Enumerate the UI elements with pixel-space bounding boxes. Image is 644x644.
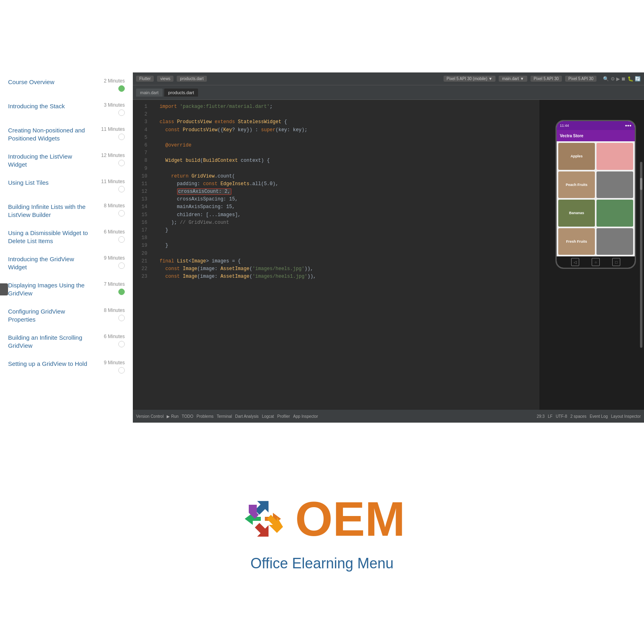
sidebar-item-meta: 11 Minutes [93,126,125,140]
sidebar-item-label: Introducing the Stack [8,102,89,110]
status-todo[interactable]: TODO [182,414,194,419]
code-line-4: const ProductsView({Key? key}) : super(k… [154,126,535,134]
sidebar-item-building-infinite-scrolling[interactable]: Building an Infinite Scrolling GridView … [8,332,125,351]
sidebar-item-meta: 8 Minutes [93,203,125,217]
code-line-22: const Image(image: AssetImage('images/he… [154,265,535,273]
oem-subtitle: Office Elearning Menu [250,555,394,572]
ide-pill-pixel2: Pixel 5 API 30 [530,76,562,82]
phone-grid-cell-bananas: Bananas [558,200,595,227]
phone-panel: 11:44 ●●● Vectra Store Apples Peach Frui… [539,100,644,410]
phone-appbar: Vectra Store [557,130,635,141]
sidebar-item-label: Introducing the ListView Widget [8,153,89,168]
code-line-10: return GridView.count( [154,173,535,180]
code-line-20 [154,250,535,258]
sidebar-item-minutes: 8 Minutes [104,203,125,208]
phone-grid: Apples Peach Fruits Bananas Fresh Fruits [557,141,635,256]
phone-grid-cell-4 [597,171,633,198]
sidebar-item-dot [118,186,125,192]
status-layout[interactable]: Layout Inspector [611,414,641,419]
sidebar-item-dot [118,289,125,295]
phone-grid-cell-fresh: Fresh Fruits [558,228,595,255]
sidebar-item-using-list-tiles[interactable]: Using List Tiles 11 Minutes [8,177,125,194]
phone-mockup: 11:44 ●●● Vectra Store Apples Peach Frui… [555,120,636,269]
status-lf: LF [548,414,553,419]
sidebar-item-label: Displaying Images Using the GridView [8,281,89,297]
phone-back-btn[interactable]: ◁ [571,258,579,266]
phone-signal: ●●● [625,124,632,128]
sidebar-item-creating-non-positioned[interactable]: Creating Non-positioned and Positioned W… [8,125,125,144]
sidebar-item-dot [118,210,125,217]
sidebar-item-meta: 8 Minutes [93,308,125,321]
code-line-15: children: [...images], [154,211,535,219]
status-profiler[interactable]: Profiler [277,414,290,419]
code-line-9 [154,165,535,173]
ide-scrollbar[interactable] [640,162,642,348]
code-line-5 [154,134,535,142]
ide-area: Flutter views products.dart Pixel 5 API … [133,72,644,423]
sidebar-item-using-dismissible[interactable]: Using a Dismissible Widget to Delete Lis… [8,227,125,246]
phone-grid-cell-peach: Peach Fruits [558,171,595,198]
ide-pill-pixel[interactable]: Pixel 5 API 30 (mobile) ▼ [444,76,496,82]
sidebar-item-introducing-gridview[interactable]: Introducing the GridView Widget 9 Minute… [8,254,125,272]
code-line-16: ); // GridView.count [154,219,535,227]
status-run[interactable]: ▶ Run [167,414,178,419]
sidebar-item-setting-up-gridview[interactable]: Setting up a GridView to Hold 9 Minutes [8,358,125,375]
code-line-18 [154,234,535,242]
sidebar-item-label: Configuring GridView Properties [8,308,89,323]
status-version-control[interactable]: Version Control [136,414,163,419]
sidebar-item-minutes: 6 Minutes [104,229,125,235]
ide-scrollbar-thumb[interactable] [640,178,642,190]
sidebar-item-introducing-listview[interactable]: Introducing the ListView Widget 12 Minut… [8,151,125,170]
ide-pill-main[interactable]: main.dart ▼ [499,76,527,82]
svg-marker-2 [252,520,275,543]
sidebar-item-label: Building Infinite Lists with the ListVie… [8,203,89,219]
ide-tab-products[interactable]: products.dart [164,89,198,97]
sidebar-item-dot [118,134,125,140]
sidebar-item-dot [118,85,125,92]
sidebar-item-displaying-images[interactable]: Displaying Images Using the GridView 7 M… [8,280,125,299]
sidebar-item-minutes: 6 Minutes [104,334,125,339]
status-position: 29:3 [537,414,545,419]
ide-toolbar: main.dart products.dart [133,85,644,100]
sidebar-item-meta: 6 Minutes [93,334,125,347]
sidebar-item-configuring-gridview[interactable]: Configuring GridView Properties 8 Minute… [8,306,125,325]
sidebar-item-building-infinite-lists[interactable]: Building Infinite Lists with the ListVie… [8,201,125,220]
sidebar-item-meta: 6 Minutes [93,229,125,243]
phone-grid-cell-2 [597,143,633,170]
phone-time: 11:44 [560,124,569,128]
status-event-log[interactable]: Event Log [590,414,608,419]
sidebar-item-label: Creating Non-positioned and Positioned W… [8,126,89,142]
phone-home-btn[interactable]: ○ [592,258,600,266]
logo-container: OEM [239,495,405,543]
sidebar-item-label: Setting up a GridView to Hold [8,360,89,368]
sidebar-item-meta: 9 Minutes [93,255,125,269]
sidebar-item-meta: 12 Minutes [93,153,125,166]
ide-pill-flutter: Flutter [136,76,154,82]
status-dart[interactable]: Dart Analysis [235,414,258,419]
code-line-6: @override [154,142,535,149]
sidebar-item-dot [118,367,125,374]
ide-tab-main[interactable]: main.dart [136,89,163,97]
sidebar-item-minutes: 11 Minutes [101,126,125,132]
status-utf: UTF-8 [556,414,567,419]
sidebar-item-minutes: 8 Minutes [104,308,125,313]
status-logcat[interactable]: Logcat [262,414,274,419]
phone-recent-btn[interactable]: □ [612,258,620,266]
oem-arrow-svg [239,495,287,543]
code-line-21: final List<Image> images = { [154,258,535,265]
status-problems[interactable]: Problems [196,414,213,419]
sidebar-item-dot [118,109,125,116]
status-terminal[interactable]: Terminal [217,414,232,419]
sidebar-item-course-overview[interactable]: Course Overview 2 Minutes [8,76,125,93]
code-line-14: mainAxisSpacing: 15, [154,203,535,211]
code-line-3: class ProductsView extends StatelessWidg… [154,118,535,126]
sidebar-item-dot [118,262,125,269]
phone-grid-cell-8 [597,228,633,255]
top-space [0,0,644,72]
code-line-23: const Image(image: AssetImage('images/he… [154,273,535,281]
status-app-inspector[interactable]: App Inspector [293,414,318,419]
sidebar-item-minutes: 2 Minutes [104,78,125,84]
line-numbers: 1 2 3 4 5 6 7 8 9 10 11 [133,100,149,369]
sidebar-item-introducing-stack[interactable]: Introducing the Stack 3 Minutes [8,101,125,118]
sidebar: Course Overview 2 Minutes Introducing th… [0,72,133,423]
